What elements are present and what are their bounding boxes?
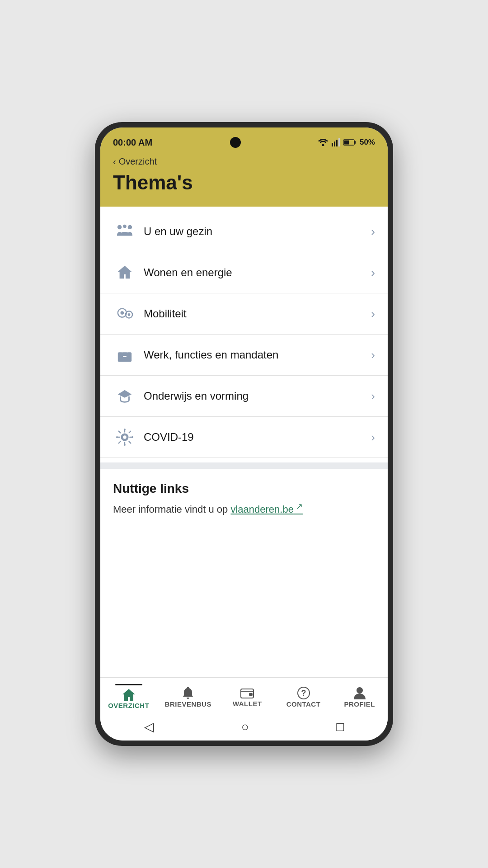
menu-item-werk[interactable]: Werk, functies en mandaten › bbox=[100, 335, 388, 376]
status-icons: 50% bbox=[318, 138, 375, 147]
phone-frame: 00:00 AM bbox=[95, 122, 393, 746]
menu-item-onderwijs[interactable]: Onderwijs en vorming › bbox=[100, 376, 388, 417]
svg-point-10 bbox=[123, 225, 127, 228]
virus-icon bbox=[113, 429, 136, 446]
menu-list: U en uw gezin › Wonen en energie › bbox=[100, 207, 388, 462]
status-time: 00:00 AM bbox=[113, 137, 152, 148]
nuttige-links-title: Nuttige links bbox=[113, 481, 375, 496]
chevron-icon-mobiliteit: › bbox=[371, 307, 375, 321]
phone-screen: 00:00 AM bbox=[100, 127, 388, 741]
nav-label-contact: CONTACT bbox=[286, 700, 321, 708]
nuttige-links-section: Nuttige links Meer informatie vindt u op… bbox=[100, 469, 388, 528]
svg-point-28 bbox=[124, 429, 126, 430]
menu-item-wonen[interactable]: Wonen en energie › bbox=[100, 252, 388, 293]
svg-line-26 bbox=[129, 431, 131, 433]
svg-rect-3 bbox=[336, 140, 338, 146]
svg-rect-2 bbox=[334, 142, 335, 146]
svg-rect-4 bbox=[338, 138, 340, 146]
battery-percent: 50% bbox=[360, 138, 375, 147]
family-icon bbox=[113, 223, 136, 240]
android-recent-button[interactable]: □ bbox=[336, 720, 344, 734]
chevron-icon-gezin: › bbox=[371, 225, 375, 239]
svg-text:?: ? bbox=[301, 689, 306, 698]
section-divider bbox=[100, 462, 388, 469]
nav-label-brievenbus: BRIEVENBUS bbox=[165, 700, 211, 708]
svg-point-19 bbox=[123, 435, 127, 439]
nav-label-profiel: PROFIEL bbox=[344, 700, 375, 708]
android-nav: ◁ ○ □ bbox=[100, 713, 388, 741]
svg-point-29 bbox=[124, 444, 126, 446]
home-icon bbox=[122, 688, 136, 702]
back-chevron-icon: ‹ bbox=[113, 156, 116, 167]
nav-item-contact[interactable]: ? CONTACT bbox=[283, 686, 324, 708]
svg-point-36 bbox=[357, 687, 363, 693]
android-home-button[interactable]: ○ bbox=[241, 720, 249, 734]
menu-label-wonen: Wonen en energie bbox=[144, 266, 371, 279]
nav-label-wallet: WALLET bbox=[233, 700, 262, 708]
svg-point-0 bbox=[322, 144, 324, 146]
signal-icon bbox=[332, 138, 340, 146]
svg-point-31 bbox=[131, 436, 133, 438]
svg-point-9 bbox=[128, 225, 132, 230]
svg-line-25 bbox=[129, 442, 131, 443]
bottom-nav: OVERZICHT BRIEVENBUS bbox=[100, 677, 388, 713]
bell-icon bbox=[181, 686, 195, 700]
svg-point-8 bbox=[117, 225, 122, 230]
education-icon bbox=[113, 387, 136, 405]
active-indicator-overzicht bbox=[115, 684, 142, 685]
battery-icon bbox=[343, 139, 356, 146]
nav-item-brievenbus[interactable]: BRIEVENBUS bbox=[165, 686, 211, 708]
house-icon bbox=[113, 264, 136, 281]
person-icon bbox=[353, 686, 366, 700]
svg-rect-6 bbox=[354, 141, 356, 144]
chevron-icon-onderwijs: › bbox=[371, 389, 375, 403]
camera-notch bbox=[230, 137, 241, 148]
menu-label-covid: COVID-19 bbox=[144, 431, 371, 443]
menu-label-onderwijs: Onderwijs en vorming bbox=[144, 390, 371, 402]
svg-rect-33 bbox=[249, 693, 253, 696]
svg-point-12 bbox=[121, 311, 124, 315]
svg-point-14 bbox=[128, 313, 131, 316]
svg-point-30 bbox=[116, 436, 118, 438]
back-label: Overzicht bbox=[119, 156, 157, 167]
menu-item-mobiliteit[interactable]: Mobiliteit › bbox=[100, 293, 388, 335]
menu-item-gezin[interactable]: U en uw gezin › bbox=[100, 211, 388, 252]
wifi-icon bbox=[318, 139, 328, 146]
svg-line-27 bbox=[119, 442, 121, 443]
svg-rect-7 bbox=[344, 141, 349, 145]
nuttige-links-text: Meer informatie vindt u op vlaanderen.be… bbox=[113, 501, 375, 515]
question-icon: ? bbox=[296, 686, 311, 700]
vlaanderen-link[interactable]: vlaanderen.be ↗ bbox=[230, 504, 302, 515]
nav-label-overzicht: OVERZICHT bbox=[108, 702, 149, 709]
svg-rect-16 bbox=[123, 356, 127, 357]
menu-item-covid[interactable]: COVID-19 › bbox=[100, 417, 388, 458]
content-area: U en uw gezin › Wonen en energie › bbox=[100, 207, 388, 677]
chevron-icon-covid: › bbox=[371, 430, 375, 444]
nav-item-profiel[interactable]: PROFIEL bbox=[339, 686, 380, 708]
status-bar: 00:00 AM bbox=[100, 127, 388, 151]
nav-item-overzicht[interactable]: OVERZICHT bbox=[108, 684, 149, 709]
external-link-icon: ↗ bbox=[294, 502, 303, 511]
briefcase-icon bbox=[113, 346, 136, 363]
menu-label-werk: Werk, functies en mandaten bbox=[144, 349, 371, 361]
mobility-icon bbox=[113, 305, 136, 322]
wallet-icon bbox=[240, 686, 254, 700]
android-back-button[interactable]: ◁ bbox=[144, 719, 154, 734]
back-button[interactable]: ‹ Overzicht bbox=[113, 156, 375, 167]
menu-label-mobiliteit: Mobiliteit bbox=[144, 307, 371, 320]
nav-item-wallet[interactable]: WALLET bbox=[227, 686, 267, 708]
header: ‹ Overzicht Thema's bbox=[100, 151, 388, 207]
chevron-icon-werk: › bbox=[371, 348, 375, 362]
svg-rect-1 bbox=[332, 143, 333, 146]
chevron-icon-wonen: › bbox=[371, 266, 375, 280]
page-title: Thema's bbox=[113, 171, 375, 194]
svg-line-24 bbox=[119, 431, 121, 433]
menu-label-gezin: U en uw gezin bbox=[144, 225, 371, 238]
